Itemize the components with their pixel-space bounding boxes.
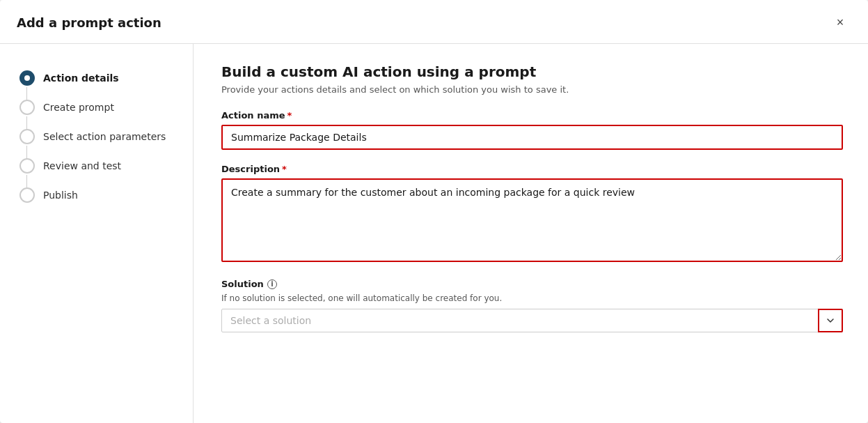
step-circle-review-and-test	[19, 158, 35, 174]
dialog-body: Action detailsCreate promptSelect action…	[0, 44, 868, 423]
solution-select[interactable]: Select a solution	[221, 309, 843, 332]
step-label-create-prompt: Create prompt	[43, 102, 114, 113]
step-label-action-details: Action details	[43, 72, 119, 84]
description-required: *	[282, 164, 287, 174]
action-name-label: Action name *	[221, 110, 843, 121]
sidebar-item-create-prompt[interactable]: Create prompt	[19, 93, 193, 122]
dialog-header: Add a prompt action ×	[0, 0, 868, 44]
main-subtitle: Provide your actions details and select …	[221, 84, 843, 95]
solution-label: Solution i	[221, 279, 843, 289]
main-title: Build a custom AI action using a prompt	[221, 63, 843, 80]
description-input[interactable]	[221, 178, 843, 262]
sidebar-item-select-action-parameters[interactable]: Select action parameters	[19, 122, 193, 151]
sidebar: Action detailsCreate promptSelect action…	[0, 44, 194, 423]
description-group: Description *	[221, 164, 843, 265]
step-circle-create-prompt	[19, 100, 35, 115]
action-name-group: Action name *	[221, 110, 843, 150]
sidebar-item-publish[interactable]: Publish	[19, 180, 193, 210]
close-button[interactable]: ×	[829, 11, 851, 33]
description-label: Description *	[221, 164, 843, 174]
main-content: Build a custom AI action using a prompt …	[194, 44, 868, 423]
add-prompt-action-dialog: Add a prompt action × Action detailsCrea…	[0, 0, 868, 423]
step-label-publish: Publish	[43, 190, 78, 201]
solution-info-icon[interactable]: i	[267, 279, 277, 289]
step-label-select-action-parameters: Select action parameters	[43, 131, 166, 142]
step-circle-select-action-parameters	[19, 129, 35, 144]
step-circle-publish	[19, 187, 35, 203]
sidebar-item-action-details[interactable]: Action details	[19, 63, 193, 93]
solution-hint: If no solution is selected, one will aut…	[221, 293, 843, 303]
step-label-review-and-test: Review and test	[43, 160, 121, 171]
dialog-title: Add a prompt action	[17, 15, 161, 30]
step-circle-action-details	[19, 70, 35, 86]
sidebar-item-review-and-test[interactable]: Review and test	[19, 151, 193, 180]
action-name-required: *	[287, 110, 292, 121]
solution-group: Solution i If no solution is selected, o…	[221, 279, 843, 332]
solution-select-wrapper: Select a solution	[221, 309, 843, 332]
action-name-input[interactable]	[221, 125, 843, 150]
